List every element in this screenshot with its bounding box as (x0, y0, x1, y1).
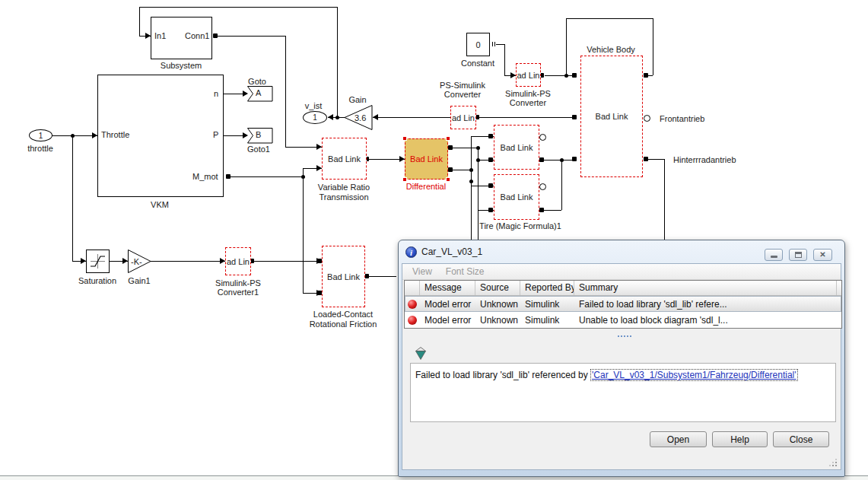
open-button[interactable]: Open (650, 431, 707, 447)
block-saturation[interactable] (86, 250, 110, 273)
header-message[interactable]: Message (420, 281, 475, 295)
block-loaded-contact-rotational-friction[interactable]: Bad Link (322, 246, 365, 307)
wire[interactable] (477, 117, 574, 118)
diamond-icon (415, 347, 426, 360)
selection-handle[interactable] (446, 177, 450, 182)
wire[interactable] (228, 176, 303, 177)
wire[interactable] (646, 159, 664, 160)
wire[interactable] (542, 210, 561, 211)
resize-grip[interactable] (835, 465, 837, 466)
block-ps-simulink-converter[interactable]: ad Lin (450, 106, 476, 129)
wire[interactable] (52, 135, 97, 136)
block-label: Converter (510, 98, 546, 107)
table-row[interactable]: Model error Unknown Simulink Unable to l… (405, 312, 841, 328)
port (448, 145, 453, 150)
wire[interactable] (285, 36, 286, 147)
arrowhead (92, 132, 97, 138)
detail-link[interactable]: 'Car_VL_v03_1/Subsystem1/Fahrzeug/Differ… (590, 369, 798, 381)
wire[interactable] (72, 135, 73, 261)
goto-tag: A (256, 88, 261, 97)
junction-dot (560, 158, 564, 162)
wire[interactable] (566, 18, 653, 19)
close-button[interactable]: Close (773, 431, 829, 447)
arrowhead (122, 258, 128, 264)
error-icon (408, 316, 417, 325)
help-button[interactable]: Help (712, 431, 768, 447)
block-label: Gain (348, 95, 366, 104)
header-source[interactable]: Source (475, 281, 520, 295)
block-tire2[interactable]: Bad Link (494, 174, 539, 220)
block-simulink-ps-converter[interactable]: ad Lin (516, 63, 541, 87)
wire[interactable] (337, 7, 338, 117)
close-window-button[interactable]: ✕ (813, 249, 832, 261)
wire[interactable] (139, 7, 337, 8)
wire[interactable] (450, 148, 478, 148)
wire[interactable] (253, 261, 322, 262)
minimize-button[interactable] (765, 249, 783, 261)
block-label: Simulink-PS (215, 278, 261, 288)
port (539, 208, 544, 212)
header-icon-col[interactable] (405, 281, 420, 295)
port (644, 73, 648, 78)
header-reported-by[interactable]: Reported By (520, 281, 574, 295)
open-port (539, 134, 546, 141)
wire[interactable] (139, 7, 140, 36)
wire[interactable] (450, 170, 471, 170)
wire[interactable] (303, 168, 304, 293)
block-simulink-ps-converter1[interactable]: ad Lin (225, 247, 251, 275)
block-constant[interactable]: 0 (466, 33, 490, 56)
wire[interactable] (151, 261, 225, 262)
wire[interactable] (504, 44, 505, 75)
block-differential-selected[interactable]: Bad Link (405, 138, 448, 180)
port (488, 157, 493, 162)
selection-handle[interactable] (446, 136, 450, 141)
junction-dot (564, 74, 568, 78)
port (213, 33, 218, 38)
block-variable-ratio-transmission[interactable]: Bad Link (322, 138, 367, 180)
wire[interactable] (653, 18, 653, 75)
menu-view[interactable]: View (412, 266, 432, 277)
port (572, 73, 577, 78)
block-vehicle-body[interactable]: Bad Link (580, 56, 643, 177)
block-label: Loaded-Contact (313, 310, 373, 319)
table-header-row: Message Source Reported By Summary (405, 281, 841, 296)
wire[interactable] (373, 117, 450, 118)
block-label: Vehicle Body (587, 45, 635, 54)
block-label: Tire (Magic Formula)1 (479, 221, 561, 230)
arrowhead (145, 33, 151, 39)
wire[interactable] (545, 75, 574, 76)
maximize-button[interactable] (789, 249, 807, 261)
arrowhead (316, 258, 322, 264)
open-port (644, 115, 650, 122)
block-inport-throttle[interactable]: 1 (29, 129, 52, 141)
wire[interactable] (496, 44, 504, 45)
block-label: Goto1 (247, 145, 270, 154)
wire[interactable] (561, 160, 562, 210)
wire[interactable] (215, 36, 285, 37)
minimize-icon (771, 256, 777, 258)
wire[interactable] (471, 136, 472, 240)
port (492, 42, 493, 46)
header-summary[interactable]: Summary (574, 281, 837, 295)
menu-font-size[interactable]: Font Size (446, 266, 485, 277)
block-tire1[interactable]: Bad Link (494, 125, 539, 170)
splitter-handle[interactable] (618, 335, 619, 337)
port-label: P (213, 130, 218, 139)
block-label: Constant (461, 59, 494, 68)
port (448, 167, 453, 172)
junction-dot (71, 134, 75, 138)
port (488, 208, 493, 212)
wire[interactable] (368, 276, 396, 277)
wire[interactable] (542, 160, 574, 161)
junction-dot (469, 180, 473, 183)
table-row[interactable]: Model error Unknown Simulink Failed to l… (405, 296, 841, 312)
selection-handle[interactable] (402, 136, 407, 141)
port-annotation: Hinterrradantrieb (673, 155, 736, 164)
port-label: Throttle (101, 130, 129, 139)
wire[interactable] (566, 18, 567, 75)
arrowhead (328, 114, 333, 120)
wire[interactable] (664, 159, 665, 240)
block-outport-v-ist[interactable]: 1 (303, 111, 327, 124)
block-label: Differential (406, 182, 446, 191)
port (539, 157, 544, 162)
